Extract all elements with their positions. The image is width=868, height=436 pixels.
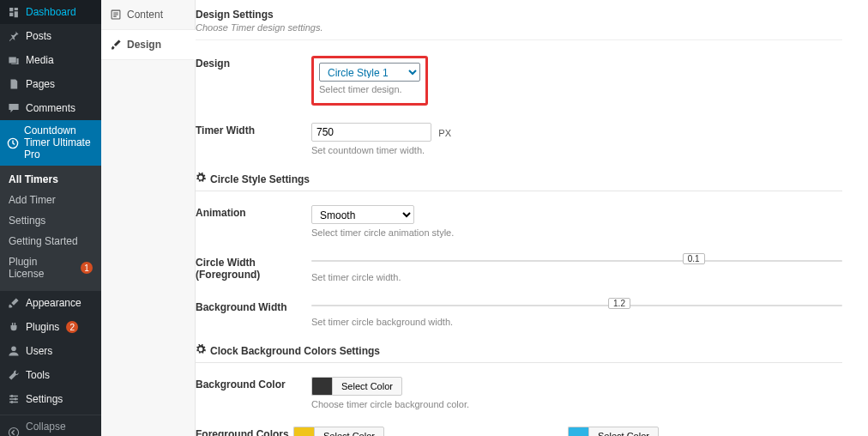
sliders-icon [7,392,21,406]
plug-icon [7,320,21,334]
svg-point-4 [11,401,14,403]
sidebar-item-label: Appearance [26,297,81,309]
brush-icon [110,39,122,51]
timer-width-suffix: PX [438,128,451,138]
bgc-help: Choose timer circle background color. [311,399,842,409]
submenu-all-timers[interactable]: All Timers [0,169,101,190]
tab-label: Design [127,39,161,51]
timer-width-help: Set countdown timer width. [311,145,842,155]
fg-select-button[interactable]: Select Color [314,427,384,436]
background-width-help: Set timer circle background width. [311,317,842,327]
sidebar-item-label: Dashboard [26,6,76,18]
sidebar-item-label: Tools [26,369,50,381]
submenu-label: Settings [9,215,45,227]
fg-color-item: Select ColorChoose timer hours circle co… [568,427,842,436]
submenu-label: Plugin License [9,256,74,280]
circle-width-slider[interactable]: 0.1 [311,255,842,269]
fg-swatch [293,427,314,436]
wrench-icon [7,368,21,382]
media-icon [7,53,21,67]
submenu-label: Getting Started [9,235,78,247]
fg-select-button[interactable]: Select Color [588,427,659,436]
clock-icon [7,136,19,150]
fg-swatch [568,427,588,436]
fgc-label: Foreground Colors [196,427,293,436]
gear-icon [196,344,206,357]
circle-width-help: Set timer circle width. [311,272,842,282]
sidebar-submenu: All Timers Add Timer Settings Getting St… [0,166,101,291]
panel-title: Design Settings [196,9,842,21]
panel-desc: Choose Timer design settings. [196,22,842,40]
page-icon [7,77,21,91]
clock-bg-title: Clock Background Colors Settings [210,345,380,357]
sidebar-item-label: Comments [26,102,75,114]
timer-width-input[interactable] [311,123,431,142]
background-width-label: Background Width [196,300,311,313]
settings-tabs: Content Design [101,0,196,436]
tab-design[interactable]: Design [101,30,196,60]
sidebar-item-dashboard[interactable]: Dashboard [0,0,101,24]
bgc-select-button[interactable]: Select Color [332,377,402,396]
svg-point-1 [11,347,16,352]
pin-icon [7,29,21,43]
user-icon [7,344,21,358]
sidebar-item-settings[interactable]: Settings [0,387,101,411]
animation-help: Select timer circle animation style. [311,227,842,238]
sidebar-item-tools[interactable]: Tools [0,363,101,387]
sidebar-item-label: Settings [26,393,63,405]
design-label: Design [196,56,311,70]
collapse-icon [7,426,21,436]
submenu-settings[interactable]: Settings [0,210,101,231]
sidebar-item-label: Collapse menu [26,421,94,436]
submenu-plugin-license[interactable]: Plugin License1 [0,251,101,284]
admin-sidebar: Dashboard Posts Media Pages Comments Cou… [0,0,101,436]
sidebar-item-media[interactable]: Media [0,48,101,72]
sidebar-item-pages[interactable]: Pages [0,72,101,96]
bgc-label: Background Color [196,377,311,391]
animation-label: Animation [196,205,311,219]
dashboard-icon [7,5,21,19]
sidebar-item-label: Pages [26,78,55,90]
background-width-slider[interactable]: 1.2 [311,300,842,313]
design-select-highlight: Circle Style 1 Select timer design. [311,56,428,106]
sidebar-item-comments[interactable]: Comments [0,96,101,120]
timer-width-label: Timer Width [196,123,311,136]
comment-icon [7,101,21,115]
badge: 2 [66,321,78,333]
submenu-getting-started[interactable]: Getting Started [0,231,101,251]
animation-select[interactable]: Smooth [311,205,414,224]
sidebar-item-users[interactable]: Users [0,339,101,363]
bgc-swatch [311,377,332,396]
sidebar-item-plugins[interactable]: Plugins2 [0,315,101,339]
gear-icon [196,173,206,185]
circle-width-value: 0.1 [683,253,705,264]
sidebar-item-label: Media [26,54,54,66]
sidebar-collapse[interactable]: Collapse menu [0,415,101,436]
svg-point-3 [15,398,17,401]
sidebar-item-posts[interactable]: Posts [0,24,101,48]
design-help: Select timer design. [319,84,420,94]
badge: 1 [81,262,93,274]
sidebar-item-label: Plugins [26,321,59,333]
content-icon [110,9,122,21]
circle-settings-title: Circle Style Settings [210,173,310,185]
brush-icon [7,296,21,310]
sidebar-item-appearance[interactable]: Appearance [0,291,101,315]
submenu-label: Add Timer [9,194,56,206]
sidebar-item-label: Users [26,345,52,357]
background-width-value: 1.2 [608,298,630,309]
tab-label: Content [127,9,163,21]
fg-color-item: Select ColorChoose timer days circle col… [293,427,568,436]
circle-width-label: Circle Width (Foreground) [196,255,311,281]
sidebar-item-label: Posts [26,30,51,42]
design-settings-panel: Design Settings Choose Timer design sett… [196,0,868,436]
sidebar-item-countdown-timer[interactable]: Countdown Timer Ultimate Pro [0,120,101,166]
design-select[interactable]: Circle Style 1 [319,63,420,82]
submenu-add-timer[interactable]: Add Timer [0,190,101,210]
tab-content[interactable]: Content [101,0,195,30]
svg-point-2 [11,395,14,397]
submenu-label: All Timers [9,173,58,185]
sidebar-item-label: Countdown Timer Ultimate Pro [24,125,94,160]
